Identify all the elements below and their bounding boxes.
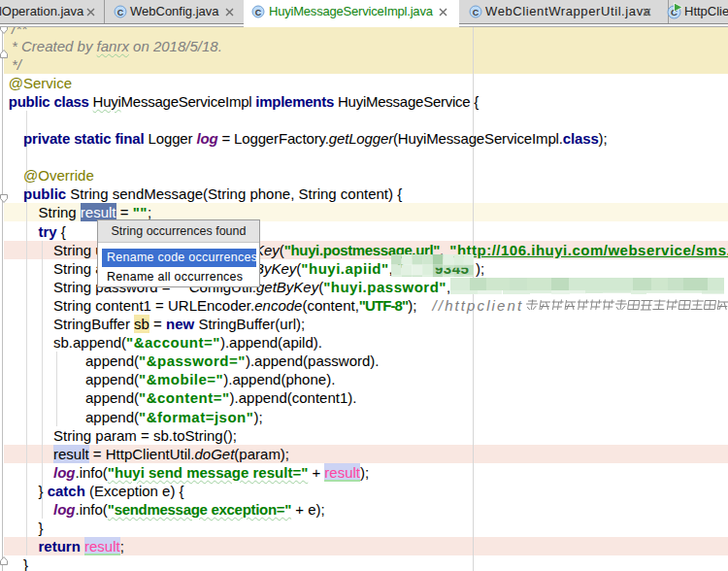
svg-text:C: C <box>117 8 124 17</box>
svg-text:C: C <box>473 8 480 17</box>
svg-text:C: C <box>255 8 262 17</box>
